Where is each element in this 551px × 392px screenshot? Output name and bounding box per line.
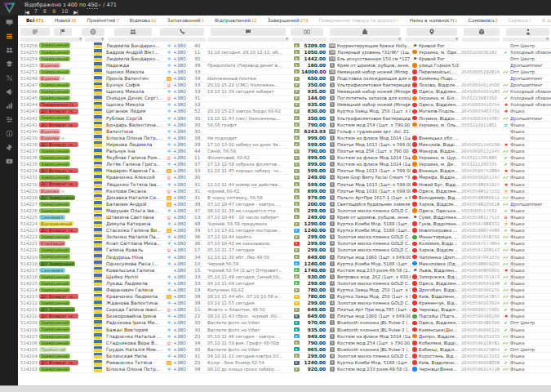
flag-cell — [90, 82, 106, 88]
payment-method-icon — [294, 163, 300, 167]
comment-text: 17.10 12-58 забрала фіолетов... — [207, 161, 291, 167]
flag-cell — [90, 188, 106, 194]
column-header-flag-icon[interactable] — [54, 28, 72, 36]
tab-в-дорозі-додому[interactable]: В дорозі додому0 — [540, 16, 551, 26]
column-header-money-icon[interactable] — [291, 28, 323, 36]
comment-text: 20.10 15-23 завтра бордо 60-62 — [207, 108, 291, 114]
status-badge: Завершений — [39, 149, 70, 154]
product-name: Платье Мод 1013 (1шт. х 599.00... — [337, 141, 411, 148]
customers-icon[interactable] — [0, 43, 18, 57]
order-channel: Фішка — [510, 122, 551, 128]
customer-name: Козлова Оксана — [106, 188, 165, 194]
ukraine-flag-icon — [94, 234, 102, 240]
first-page-button[interactable]: |◀ — [24, 9, 29, 15]
order-id: 514222 — [18, 234, 39, 240]
column-filter[interactable] — [462, 38, 500, 42]
product-name: Платье мод.1060 (1шт. х 649.00 ... — [337, 313, 411, 319]
marketing-icon[interactable] — [0, 85, 18, 99]
tab-запакований[interactable]: Запакований1 — [165, 16, 206, 26]
tracking-number: 20450597988332 — [461, 220, 500, 227]
page-number[interactable]: 8 — [43, 8, 47, 15]
table-row[interactable]: 514241ДО Возврат ск...Бондарь Валентина.… — [18, 122, 551, 128]
column-header-phone-icon[interactable] — [160, 28, 204, 36]
column-header-source-icon[interactable] — [82, 28, 104, 36]
page-size-dropdown[interactable]: 450 — [87, 2, 97, 9]
pagination-summary: Відображено з 400 по 450▾ / 471 — [24, 2, 117, 8]
carrier-blue-icon — [412, 367, 417, 372]
tab-відмова[interactable]: Відмова42 — [128, 16, 158, 26]
page-number[interactable]: 7 — [34, 8, 38, 15]
delivery-address: Володимир, Від... — [419, 194, 461, 201]
page-number[interactable]: 10 — [61, 8, 68, 15]
status-badge: Відмова — [39, 63, 60, 68]
phone-prefix: +380 — [173, 141, 194, 148]
column-filter[interactable]: ▼ — [405, 38, 459, 42]
column-filter[interactable] — [108, 38, 206, 42]
tab-відправлений[interactable]: Відправлений12 — [213, 16, 259, 26]
column-filter[interactable] — [292, 38, 327, 42]
team-icon[interactable] — [0, 57, 18, 71]
app-logo[interactable] — [3, 2, 16, 14]
payment-cell — [291, 242, 301, 246]
payment-cell — [291, 321, 301, 325]
carrier-cell — [411, 182, 419, 187]
column-filter[interactable]: ▼ — [503, 38, 549, 42]
product-icon — [362, 29, 368, 35]
column-header-comment-icon[interactable] — [211, 28, 286, 36]
column-filter[interactable]: ▼ — [85, 38, 104, 42]
phone-prefix: +380 — [173, 240, 194, 247]
tab-завершений[interactable]: Завершений279 — [265, 16, 309, 26]
table-row[interactable]: 514202ЗавершенийБілоска Олена Петр...❄+3… — [18, 367, 551, 373]
tab-повернення-товару-в-дорозі-[interactable]: Повернення товару (в дорозі)0 — [317, 16, 400, 26]
table-row[interactable]: 514255ЗавершенийБадров Андрій Вікт...❄+3… — [18, 49, 551, 56]
tab-нема-в-наявності[interactable]: Нема в наявності1 — [408, 16, 460, 26]
statistics-icon[interactable] — [0, 99, 18, 113]
column-filter[interactable]: ▼ — [20, 38, 82, 42]
tab-всі[interactable]: Всі471 — [24, 16, 46, 26]
column-header-courier-icon[interactable] — [506, 28, 549, 36]
dashboard-icon[interactable] — [0, 16, 18, 29]
phone-tail: 30 — [194, 56, 207, 62]
snowflake-source-icon: ❄ — [167, 122, 171, 127]
integrations-icon[interactable] — [0, 140, 18, 154]
delivery-address: Одеса, Відділен... — [419, 319, 461, 326]
column-filter[interactable]: ▼ — [330, 38, 402, 42]
offers-icon[interactable] — [0, 71, 18, 85]
column-header-customers-icon[interactable] — [114, 28, 152, 36]
tab-прийнятий[interactable]: Прийнятий7 — [86, 16, 121, 26]
tab-label: Новий — [55, 17, 71, 23]
delivery-address: Запоріжжя, Від... — [419, 274, 461, 280]
payment-method-icon — [294, 90, 300, 94]
column-header-parcel-icon[interactable] — [464, 28, 500, 36]
phone-tail: 34 — [194, 254, 207, 261]
order-channel: Фішка — [510, 240, 551, 247]
column-filter[interactable]: ▼ — [207, 38, 289, 42]
tab-новий[interactable]: Новий48 — [53, 16, 78, 26]
footer-bar — [0, 385, 551, 392]
tab-самовивіз[interactable]: Самовивіз2 — [467, 16, 500, 26]
status-cell: Завершений — [39, 175, 90, 180]
column-header-product-icon[interactable] — [330, 28, 400, 36]
lic-source-icon: lic — [167, 203, 171, 207]
tab-сервіси[interactable]: Сервіси0 — [507, 16, 533, 26]
status-badge: Завершений — [39, 115, 70, 120]
status-cell: Відмова — [39, 63, 90, 68]
info-icon[interactable] — [0, 127, 18, 140]
ukraine-flag-icon — [94, 261, 102, 266]
quantity-badge: 1 — [330, 189, 335, 194]
carrier-np-icon — [412, 347, 417, 352]
product-name: Костюм на флисе Мод.1014 (1ш... — [337, 161, 411, 167]
order-channel: Фішка — [510, 207, 551, 214]
page-number[interactable]: 9 — [52, 8, 56, 15]
quantity-badge: 1 — [330, 320, 335, 325]
phone-tail: 33 — [194, 274, 207, 280]
column-header-location-icon[interactable] — [407, 28, 457, 36]
column-header-status-icon[interactable] — [20, 28, 50, 36]
last-page-button[interactable]: ▶| — [73, 9, 78, 15]
comment-text: Черний 56-58 — [207, 261, 291, 267]
status-cell: Завершений — [39, 320, 90, 325]
product-name: Золотая маска-пленка GOLD C... — [337, 280, 411, 287]
orders-icon[interactable] — [0, 29, 18, 43]
video-tutorials-icon[interactable] — [0, 154, 18, 168]
settings-icon[interactable] — [0, 113, 18, 127]
